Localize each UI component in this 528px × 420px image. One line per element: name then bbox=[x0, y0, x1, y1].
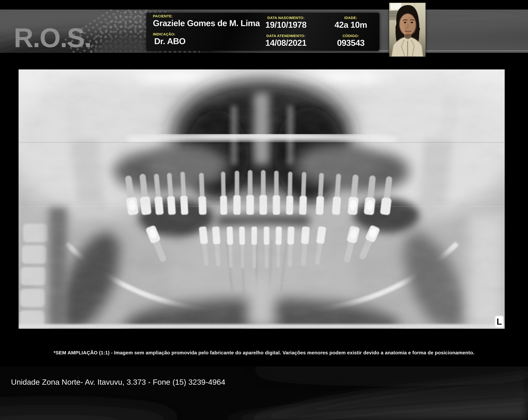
age-value: 42a 10m bbox=[327, 20, 375, 29]
clinic-logo: R.O.S. bbox=[14, 24, 91, 51]
panoramic-xray: L bbox=[19, 70, 505, 329]
disclaimer-text: *SEM AMPLIAÇÃO (1:1) - Imagem sem amplia… bbox=[0, 350, 528, 355]
attendance-date-label: DATA ATENDIMENTO: bbox=[252, 34, 320, 38]
birth-date-label: DATA NASCIMENTO: bbox=[252, 16, 320, 20]
indication-label: INDICAÇÃO: bbox=[153, 32, 175, 36]
footer-decoration bbox=[0, 366, 528, 420]
patient-name: Graziele Gomes de M. Lima bbox=[153, 19, 260, 28]
attendance-date-value: 14/08/2021 bbox=[252, 38, 320, 47]
code-value: 093543 bbox=[327, 38, 375, 47]
age-label: IDADE: bbox=[327, 16, 375, 20]
code-label: CÓDIGO: bbox=[327, 34, 375, 38]
patient-info-panel: PACIENTE: Graziele Gomes de M. Lima INDI… bbox=[146, 13, 379, 51]
birth-date-value: 19/10/1978 bbox=[252, 20, 320, 29]
patient-label: PACIENTE: bbox=[153, 14, 173, 18]
patient-photo bbox=[389, 3, 426, 57]
xray-film bbox=[19, 70, 505, 329]
indication-value: Dr. ABO bbox=[154, 37, 185, 46]
left-side-marker: L bbox=[495, 316, 503, 327]
clinic-address: Unidade Zona Norte- Av. Itavuvu, 3.373 -… bbox=[11, 377, 225, 386]
